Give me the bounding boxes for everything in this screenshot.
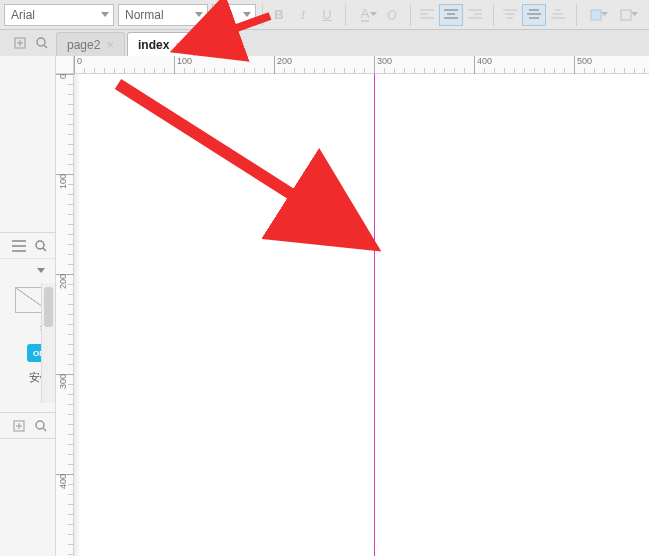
chevron-down-icon — [631, 12, 638, 17]
side-panel-library: 符 ON 安钮 — [0, 232, 56, 412]
align-bottom-button[interactable] — [546, 4, 570, 26]
align-right-button[interactable] — [463, 4, 487, 26]
font-family-select[interactable]: Arial — [4, 4, 114, 26]
font-size-value: 13 — [219, 8, 232, 22]
side-panel-masters-header — [0, 412, 56, 438]
border-color-button[interactable] — [611, 4, 641, 26]
search-icon[interactable] — [34, 35, 50, 51]
align-right-icon — [468, 9, 482, 21]
ruler-corner — [56, 56, 74, 74]
ruler-tick-label: 300 — [58, 374, 68, 389]
ruler-tick-label: 0 — [74, 56, 82, 74]
align-center-icon — [444, 9, 458, 21]
align-left-icon — [420, 9, 434, 21]
ruler-tick-label: 400 — [58, 474, 68, 489]
tab-bar-tools — [0, 30, 56, 56]
underline-button[interactable]: U — [315, 4, 339, 26]
menu-icon[interactable] — [11, 238, 27, 254]
chevron-down-icon — [370, 12, 377, 17]
ruler-tick-label: 200 — [58, 274, 68, 289]
chevron-down-icon — [601, 12, 608, 17]
vertical-ruler[interactable]: 0100200300400500 — [56, 74, 74, 556]
font-style-value: Normal — [125, 8, 164, 22]
format-toolbar: Arial Normal 13 B I U A — [0, 0, 649, 30]
font-color-icon: A — [361, 8, 370, 22]
font-style-select[interactable]: Normal — [118, 4, 208, 26]
close-icon[interactable]: × — [175, 38, 183, 53]
search-icon[interactable] — [33, 418, 49, 434]
link-button[interactable] — [380, 4, 404, 26]
add-page-icon[interactable] — [12, 35, 28, 51]
link-icon — [385, 8, 399, 22]
bold-button[interactable]: B — [267, 4, 291, 26]
align-middle-icon — [527, 9, 541, 21]
scrollbar[interactable] — [41, 283, 55, 403]
chevron-down-icon[interactable] — [33, 263, 49, 279]
page-tab-bar: page2 × index × — [0, 30, 649, 56]
align-bottom-icon — [551, 9, 565, 21]
svg-point-4 — [36, 241, 44, 249]
svg-rect-0 — [591, 10, 601, 20]
text-color-group: A — [345, 4, 404, 26]
align-h-group — [410, 4, 487, 26]
tab-index[interactable]: index × — [127, 32, 194, 57]
svg-rect-1 — [621, 10, 631, 20]
align-top-button[interactable] — [498, 4, 522, 26]
align-center-button[interactable] — [439, 4, 463, 26]
svg-point-3 — [37, 38, 45, 46]
close-icon[interactable]: × — [106, 37, 114, 52]
horizontal-ruler[interactable]: 0100200300400500600 — [74, 56, 649, 74]
align-middle-button[interactable] — [522, 4, 546, 26]
chevron-down-icon — [101, 12, 109, 18]
tab-page2[interactable]: page2 × — [56, 32, 125, 56]
italic-button[interactable]: I — [291, 4, 315, 26]
fill-group — [576, 4, 641, 26]
tab-label: page2 — [67, 38, 100, 52]
page-edge-shadow — [74, 74, 82, 556]
canvas-area: 0100200300400500600 0100200300400500 — [56, 56, 649, 556]
ruler-tick-label: 0 — [58, 74, 68, 79]
side-panel-header — [0, 233, 55, 259]
align-v-group — [493, 4, 570, 26]
side-panel-pages — [0, 56, 56, 232]
align-top-icon — [503, 9, 517, 21]
svg-point-6 — [36, 421, 44, 429]
font-family-value: Arial — [11, 8, 35, 22]
tab-label: index — [138, 38, 169, 52]
search-icon[interactable] — [33, 238, 49, 254]
vertical-guide[interactable] — [374, 74, 375, 556]
chevron-down-icon — [243, 12, 251, 18]
canvas[interactable] — [74, 74, 649, 556]
text-style-group: B I U — [262, 4, 339, 26]
font-color-button[interactable]: A — [350, 4, 380, 26]
scrollbar-thumb[interactable] — [44, 287, 53, 327]
add-icon[interactable] — [11, 418, 27, 434]
ruler-tick-label: 100 — [58, 174, 68, 189]
align-left-button[interactable] — [415, 4, 439, 26]
chevron-down-icon — [195, 12, 203, 18]
fill-color-button[interactable] — [581, 4, 611, 26]
font-size-select[interactable]: 13 — [212, 4, 256, 26]
side-panel-masters — [0, 438, 56, 556]
